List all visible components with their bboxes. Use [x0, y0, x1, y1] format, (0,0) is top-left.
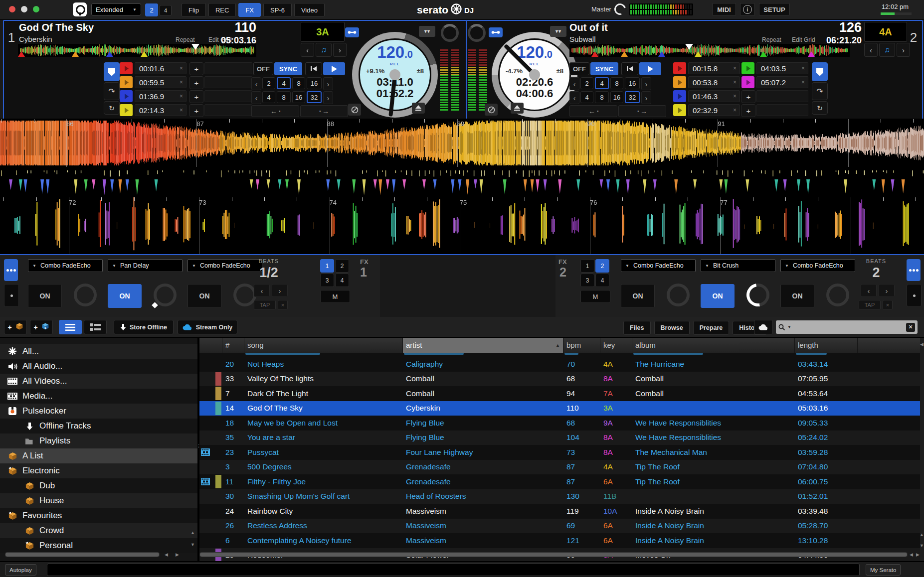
- fx-slot-dropdown[interactable]: ▼Bit Crush: [701, 259, 775, 272]
- add-loop-button[interactable]: +: [189, 62, 203, 75]
- add-loop-button[interactable]: +: [189, 104, 203, 117]
- prev-track-button[interactable]: ‹: [301, 43, 314, 57]
- sidebar-item-house[interactable]: House: [0, 493, 197, 508]
- track-row[interactable]: 6Contemplating A Noisey futureMassiveism…: [199, 533, 920, 548]
- sidebar-item-all-videos[interactable]: All Videos...: [0, 374, 197, 389]
- skip-to-start-button[interactable]: [305, 62, 322, 75]
- sync-button[interactable]: SYNC: [274, 62, 302, 75]
- add-crate-button[interactable]: +: [4, 320, 27, 334]
- eject-button[interactable]: [511, 103, 524, 114]
- mode-button-flip[interactable]: Flip: [182, 3, 206, 17]
- fx-assign-master-button[interactable]: M: [320, 290, 350, 303]
- skip-to-start-button[interactable]: [621, 62, 638, 75]
- beatjump-2-button[interactable]: 2: [262, 77, 275, 89]
- column-header-album[interactable]: album: [632, 338, 795, 353]
- tap-tempo-button[interactable]: TAP: [859, 300, 881, 310]
- beatjump-grow-button[interactable]: ›: [323, 91, 333, 104]
- auto-loop-tab-button[interactable]: ↻: [104, 101, 120, 115]
- cues-tab-button[interactable]: [104, 62, 120, 81]
- cue-play-button[interactable]: [741, 76, 754, 88]
- sidebar-item-all-audio[interactable]: All Audio...: [0, 359, 197, 374]
- beatjump-grow-button[interactable]: ›: [641, 77, 651, 90]
- table-scroll-right[interactable]: ▶: [916, 552, 920, 557]
- add-cue-button[interactable]: +: [741, 104, 755, 117]
- eject-button[interactable]: [412, 103, 425, 114]
- track-row[interactable]: 18May we be Open and LostFlying Blue689A…: [199, 416, 920, 431]
- beatjump-grow-button[interactable]: ›: [641, 91, 651, 104]
- sidebar-scroll-left[interactable]: ◀: [165, 552, 168, 557]
- tempo-knob[interactable]: [468, 24, 486, 42]
- beatjump-grow-button[interactable]: ›: [323, 77, 333, 90]
- add-cue-button[interactable]: +: [741, 90, 755, 103]
- practice-mode-icon[interactable]: [73, 2, 87, 16]
- prev-track-button[interactable]: ‹: [864, 43, 878, 57]
- track-row[interactable]: 14God Of The SkyCyberskin1103A05:03.16: [199, 401, 920, 416]
- sync-off-button[interactable]: OFF: [253, 62, 273, 75]
- slip-mode-button[interactable]: [348, 104, 361, 116]
- beatjump-4-button[interactable]: 4: [277, 77, 291, 89]
- cue-play-button[interactable]: [120, 76, 133, 88]
- cue-delete-button[interactable]: ×: [801, 79, 808, 86]
- table-scroll-left[interactable]: ◀: [910, 552, 913, 557]
- sync-button[interactable]: SYNC: [590, 62, 618, 75]
- beats-decrease-button[interactable]: ‹: [861, 284, 877, 297]
- platter-deck2[interactable]: 120.0 REL -4.7%±8 02:20.6 04:00.6: [492, 32, 577, 118]
- beatjump-8-button[interactable]: 8: [292, 77, 305, 89]
- cue-play-button[interactable]: [673, 76, 686, 88]
- column-header-song[interactable]: song: [244, 338, 403, 353]
- sidebar-item-a-list[interactable]: A List: [0, 448, 197, 463]
- cloud-sync-button[interactable]: [754, 320, 773, 334]
- beatjump-4-button[interactable]: 4: [595, 77, 609, 89]
- censor-button[interactable]: ▼▼: [550, 26, 566, 37]
- cue-delete-button[interactable]: ×: [801, 65, 808, 72]
- sync-off-button[interactable]: OFF: [569, 62, 589, 75]
- tap-clear-button[interactable]: ×: [278, 300, 288, 310]
- fx-assign-master-button[interactable]: M: [580, 290, 610, 303]
- sidebar-scroll-up[interactable]: ▲: [190, 530, 195, 535]
- sidebar-item-playlists[interactable]: Playlists: [0, 433, 197, 448]
- cue-delete-button[interactable]: ×: [180, 79, 186, 86]
- repeat-button[interactable]: Repeat: [176, 36, 195, 43]
- track-title[interactable]: God Of The Sky: [19, 22, 94, 33]
- beatjump-8-button[interactable]: 8: [595, 91, 609, 103]
- mode-button-sp6[interactable]: SP-6: [263, 3, 292, 17]
- search-filter-caret[interactable]: ▼: [787, 325, 791, 329]
- fx-on-button[interactable]: ON: [701, 284, 735, 308]
- search-clear-button[interactable]: ✕: [906, 323, 915, 332]
- store-offline-button[interactable]: Store Offline: [114, 320, 174, 334]
- tap-clear-button[interactable]: ×: [883, 300, 893, 310]
- beatjump-shrink-button[interactable]: ‹: [251, 77, 261, 90]
- beatjump-8-button[interactable]: 8: [277, 91, 291, 103]
- column-header-bpm[interactable]: bpm: [563, 338, 600, 353]
- mode-button-fx[interactable]: FX: [238, 3, 261, 17]
- fx-slot-dropdown[interactable]: ▼Combo FadeEcho: [621, 259, 696, 272]
- track-row[interactable]: 24Rainbow CityMassiveism11910AInside A N…: [199, 504, 920, 519]
- beatjump-32-button[interactable]: 32: [625, 91, 640, 103]
- cue-delete-button[interactable]: ×: [180, 65, 186, 72]
- fx-assign-deck-3-button[interactable]: 3: [580, 274, 594, 287]
- fx-single-mode-button[interactable]: [4, 284, 19, 307]
- track-row[interactable]: 20Not HeapsCaligraphy704AThe Hurricane03…: [199, 357, 920, 372]
- platter-deck1[interactable]: 120.0 REL +9.1%±8 03:11.0 01:52.2: [352, 32, 438, 118]
- sidebar-hscrollbar[interactable]: [5, 552, 160, 557]
- play-button[interactable]: [323, 62, 345, 75]
- track-title[interactable]: Out of it: [569, 22, 608, 33]
- column-header-num[interactable]: #: [222, 338, 244, 353]
- next-track-button[interactable]: ›: [333, 43, 347, 57]
- beats-increase-button[interactable]: ›: [272, 284, 288, 297]
- setup-button[interactable]: SETUP: [759, 3, 790, 16]
- fx-depth-knob[interactable]: [742, 279, 774, 311]
- track-row[interactable]: 33Valley Of The lightsComball688AComball…: [199, 372, 920, 387]
- play-button[interactable]: [639, 62, 661, 75]
- deck-layout-2-button[interactable]: 2: [145, 3, 158, 16]
- sidebar-item-pulselocker[interactable]: Pulselocker: [0, 404, 197, 419]
- cue-play-button[interactable]: [120, 104, 133, 116]
- clipped-track-row[interactable]: [199, 353, 920, 357]
- sidebar-item-personal[interactable]: Personal: [0, 538, 197, 553]
- stream-only-button[interactable]: Stream Only: [178, 320, 237, 334]
- table-hscrollbar[interactable]: [199, 552, 908, 557]
- cue-play-button[interactable]: [673, 62, 686, 74]
- add-loop-button[interactable]: +: [189, 90, 203, 103]
- track-row[interactable]: 3500 DegreesGrenadesafe874ATip The Roof0…: [199, 460, 920, 475]
- track-overview-waveform[interactable]: [569, 44, 850, 57]
